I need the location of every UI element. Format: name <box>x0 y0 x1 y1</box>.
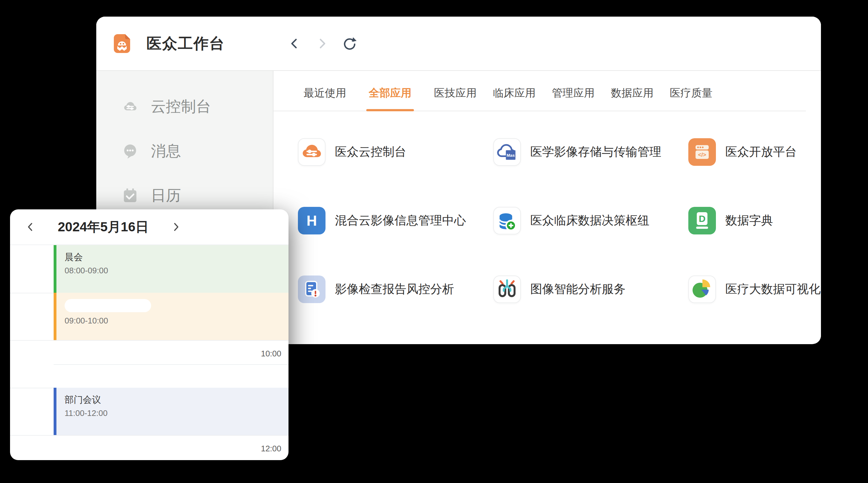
app-name: 图像智能分析服务 <box>530 281 626 297</box>
cloud-console-icon <box>121 98 139 115</box>
content-area: 最近使用 全部应用 医技应用 临床应用 管理应用 数据应用 医疗质量 <box>274 71 821 344</box>
app-hybrid-cloud-center[interactable]: H 混合云影像信息管理中心 <box>298 186 493 255</box>
tab-all-apps[interactable]: 全部应用 <box>368 75 412 110</box>
event-title: 晨会 <box>65 251 288 263</box>
redacted-event-title-pill <box>65 299 151 312</box>
tab-medical-quality[interactable]: 医疗质量 <box>669 75 713 110</box>
lungs-analysis-icon <box>493 276 521 303</box>
pie-chart-icon <box>688 276 716 303</box>
app-grid: 医众云控制台 Mas 医学影像存储与传输管理 <box>274 111 821 323</box>
tab-medtech-apps[interactable]: 医技应用 <box>433 75 477 110</box>
tab-bar: 最近使用 全部应用 医技应用 临床应用 管理应用 数据应用 医疗质量 <box>274 71 806 111</box>
dictionary-book-icon: D <box>688 207 716 234</box>
app-clinical-data-hub[interactable]: 医众临床数据决策枢纽 <box>493 186 688 255</box>
chevron-right-icon <box>170 222 181 232</box>
app-name: 数据字典 <box>725 213 773 228</box>
calendar-event-redacted[interactable]: 09:00-10:00 <box>54 293 288 341</box>
tab-management-apps[interactable]: 管理应用 <box>551 75 595 110</box>
window-header: 医众工作台 <box>96 17 821 71</box>
sidebar-item-messages[interactable]: 消息 <box>96 135 273 167</box>
event-title: 部门会议 <box>65 393 288 406</box>
app-open-platform[interactable]: </> 医众开放平台 <box>688 118 808 186</box>
app-name: 医学影像存储与传输管理 <box>530 144 661 160</box>
app-name: 医疗大数据可视化 <box>725 281 820 297</box>
app-name: 影像检查报告风控分析 <box>335 281 454 297</box>
sidebar-item-cloud-console[interactable]: 云控制台 <box>96 91 273 122</box>
calendar-prev-button[interactable] <box>24 220 37 234</box>
calendar-day-grid: 08:00 09:00 10:00 11:00 12:00 晨会 08:00-0… <box>10 245 288 460</box>
app-name: 医众开放平台 <box>725 144 797 160</box>
app-data-dictionary[interactable]: D 数据字典 <box>688 186 808 255</box>
calendar-event-department-meeting[interactable]: 部门会议 11:00-12:00 <box>54 388 288 436</box>
report-warning-icon <box>298 276 326 303</box>
refresh-button[interactable] <box>342 36 357 51</box>
sidebar-item-label: 日历 <box>151 186 181 205</box>
code-window-icon: </> <box>688 138 716 166</box>
blue-cloud-badge-icon: Mas <box>493 138 521 166</box>
letter-h-tile-icon: H <box>298 207 326 234</box>
app-name: 医众临床数据决策枢纽 <box>530 213 649 228</box>
sidebar-item-label: 消息 <box>151 141 181 161</box>
event-time-range: 09:00-10:00 <box>65 316 288 326</box>
orange-cloud-sliders-icon <box>298 138 326 166</box>
chevron-left-icon <box>25 222 36 232</box>
svg-text:Mas: Mas <box>506 153 515 158</box>
window-title: 医众工作台 <box>147 34 225 54</box>
app-medical-image-storage[interactable]: Mas 医学影像存储与传输管理 <box>493 118 688 186</box>
tab-recently-used[interactable]: 最近使用 <box>303 75 347 110</box>
time-label: 10:00 <box>261 349 281 359</box>
svg-text:D: D <box>699 214 706 224</box>
tab-clinical-apps[interactable]: 临床应用 <box>492 75 536 110</box>
app-big-data-visualization[interactable]: 医疗大数据可视化 <box>688 255 808 323</box>
calendar-date-title: 2024年5月16日 <box>37 218 169 236</box>
back-button[interactable] <box>287 36 302 51</box>
desktop-background: 医众工作台 <box>0 0 868 483</box>
event-time-range: 11:00-12:00 <box>65 409 288 418</box>
calendar-next-button[interactable] <box>169 220 183 234</box>
tab-data-apps[interactable]: 数据应用 <box>610 75 654 110</box>
event-time-range: 08:00-09:00 <box>65 266 288 276</box>
app-image-ai-analysis[interactable]: 图像智能分析服务 <box>493 255 688 323</box>
sidebar-item-label: 云控制台 <box>151 97 211 117</box>
calendar-panel: 2024年5月16日 08:00 09:00 10:00 11:00 <box>10 210 288 460</box>
calendar-row-10: 10:00 <box>10 340 288 388</box>
message-bubble-icon <box>121 142 139 160</box>
app-logo-icon <box>111 32 133 55</box>
calendar-header: 2024年5月16日 <box>10 210 288 245</box>
app-cloud-console[interactable]: 医众云控制台 <box>298 118 493 186</box>
chevron-right-icon <box>315 37 329 51</box>
calendar-row-12: 12:00 <box>10 435 288 460</box>
calendar-event-morning-meeting[interactable]: 晨会 08:00-09:00 <box>54 245 288 293</box>
chevron-left-icon <box>287 37 301 51</box>
refresh-icon <box>342 36 357 51</box>
app-name: 混合云影像信息管理中心 <box>335 213 466 228</box>
database-plus-icon <box>493 207 521 234</box>
app-name: 医众云控制台 <box>335 144 406 160</box>
half-hour-gridline <box>54 364 288 365</box>
nav-controls <box>287 36 357 51</box>
svg-text:</>: </> <box>698 152 706 158</box>
forward-button[interactable] <box>314 36 330 51</box>
calendar-check-icon <box>121 187 139 204</box>
app-report-risk-analysis[interactable]: 影像检查报告风控分析 <box>298 255 493 323</box>
sidebar-item-calendar[interactable]: 日历 <box>96 180 273 211</box>
time-label: 12:00 <box>261 444 281 454</box>
